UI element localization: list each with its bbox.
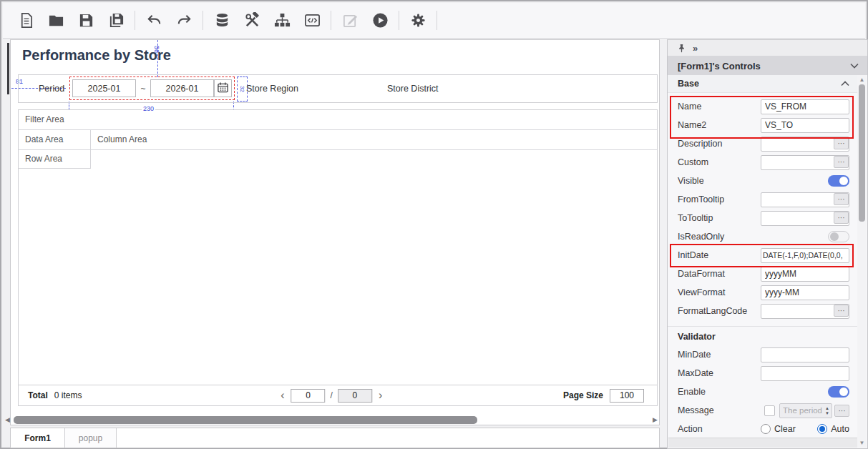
total-value: 0 items <box>48 390 82 400</box>
pivot-grid: Filter Area Data Area Column Area Row Ar… <box>18 109 658 406</box>
prop-row-custom: Custom ··· <box>668 153 857 172</box>
edit-button[interactable] <box>341 11 359 30</box>
pin-icon[interactable] <box>677 44 686 53</box>
pager: ‹ / › <box>279 389 384 403</box>
prop-label: FromTooltip <box>678 194 761 204</box>
prev-page-button[interactable]: ‹ <box>279 389 286 402</box>
initdate-input[interactable] <box>761 248 849 263</box>
period-date-range-control[interactable]: ~ <box>69 77 235 100</box>
tab-popup[interactable]: popup <box>65 428 117 448</box>
total-pages-input[interactable] <box>338 389 372 403</box>
action-clear-option[interactable]: Clear <box>761 424 796 434</box>
calendar-button[interactable] <box>214 79 232 97</box>
message-ellipsis-button[interactable]: ··· <box>834 405 849 417</box>
prop-label: InitDate <box>678 250 761 260</box>
enable-toggle-on[interactable] <box>828 386 849 398</box>
page-size-input[interactable] <box>610 389 644 403</box>
build-tools-button[interactable] <box>243 11 261 30</box>
prop-row-dataformat: DataFormat <box>668 265 857 283</box>
viewformat-input[interactable] <box>761 285 849 300</box>
formatlangcode-ellipsis-button[interactable]: ··· <box>834 305 849 317</box>
hierarchy-icon <box>274 12 291 29</box>
prop-row-totooltip: ToTooltip ··· <box>668 209 857 227</box>
hierarchy-button[interactable] <box>273 11 291 30</box>
name2-input[interactable] <box>761 118 849 133</box>
date-from-input[interactable] <box>72 79 136 97</box>
data-area-cell[interactable]: Data Area <box>19 130 91 149</box>
horizontal-scrollbar[interactable]: ◀ ▶ <box>5 415 658 425</box>
height-measure: 32 <box>239 86 245 92</box>
isreadonly-toggle-off[interactable] <box>828 231 849 242</box>
prop-row-initdate: InitDate <box>668 246 857 265</box>
message-checkbox-unchecked[interactable] <box>764 405 775 416</box>
horizontal-scroll-thumb[interactable] <box>14 416 477 424</box>
action-radio-group: Clear Auto <box>761 424 849 434</box>
scroll-right-icon[interactable]: ▶ <box>653 416 658 424</box>
spinner-icon[interactable]: ▲▼ <box>824 405 831 417</box>
radio-label: Auto <box>831 424 849 434</box>
save-all-button[interactable] <box>107 11 125 30</box>
panel-scroll-thumb[interactable] <box>859 84 865 222</box>
settings-gear-icon <box>410 12 426 29</box>
panel-minibar: » <box>668 40 867 56</box>
next-page-button[interactable]: › <box>377 389 384 402</box>
run-button[interactable] <box>371 11 389 30</box>
new-file-icon <box>18 12 34 29</box>
custom-ellipsis-button[interactable]: ··· <box>834 156 849 168</box>
collapse-panel-icon[interactable]: » <box>693 44 698 53</box>
scroll-down-icon[interactable]: ▼ <box>857 440 867 446</box>
description-ellipsis-button[interactable]: ··· <box>834 137 849 149</box>
column-area-cell[interactable]: Column Area <box>91 130 147 149</box>
row-area-cell[interactable]: Row Area <box>19 150 91 169</box>
undo-tool-group <box>135 11 203 30</box>
name-input[interactable] <box>761 99 849 114</box>
database-button[interactable] <box>213 11 231 30</box>
fromtooltip-ellipsis-button[interactable]: ··· <box>834 193 849 205</box>
date-to-input[interactable] <box>150 79 214 97</box>
panel-vertical-scrollbar[interactable]: ▲ ▼ <box>857 75 867 448</box>
scroll-up-icon[interactable]: ▲ <box>857 77 867 83</box>
open-folder-icon <box>48 12 64 29</box>
base-section-header[interactable]: Base <box>668 75 857 93</box>
toolbar-divider <box>437 11 437 30</box>
save-all-icon <box>108 12 125 29</box>
filter-bar: Period ~ 32 Store Region Store District <box>18 74 658 103</box>
properties-panel: » [Form1]'s Controls Base Name Name2 Des… <box>667 39 868 449</box>
save-button[interactable] <box>77 11 95 30</box>
dataformat-input[interactable] <box>761 267 849 282</box>
total-label: Total <box>19 390 48 400</box>
app-window: Performance by Store 56 81 230 Period ~ … <box>0 0 868 449</box>
code-editor-button[interactable] <box>303 11 321 30</box>
current-page-input[interactable] <box>291 389 326 403</box>
settings-button[interactable] <box>409 11 427 30</box>
code-editor-icon <box>304 12 321 29</box>
mindate-input[interactable] <box>761 347 849 362</box>
redo-icon <box>176 12 192 29</box>
left-edge-bar <box>7 43 9 94</box>
redo-button[interactable] <box>175 11 193 30</box>
scroll-left-icon[interactable]: ◀ <box>5 416 10 424</box>
new-file-button[interactable] <box>16 11 35 30</box>
prop-label: Custom <box>678 157 761 167</box>
prop-row-action: Action Clear Auto <box>668 420 857 438</box>
action-auto-option[interactable]: Auto <box>817 424 849 434</box>
edit-icon <box>342 12 359 29</box>
build-tool-group <box>203 11 331 30</box>
database-icon <box>214 12 230 29</box>
open-folder-button[interactable] <box>47 11 65 30</box>
run-tool-group <box>331 11 399 30</box>
base-section-body: Name Name2 Description ··· Custom ··· Vi… <box>668 97 857 438</box>
maxdate-input[interactable] <box>761 366 849 381</box>
totooltip-ellipsis-button[interactable]: ··· <box>834 212 849 224</box>
prop-row-description: Description ··· <box>668 134 857 153</box>
validator-section: Validator MinDate MaxDate Enable Message <box>668 326 857 438</box>
undo-button[interactable] <box>145 11 163 30</box>
save-icon <box>78 12 94 29</box>
controls-header[interactable]: [Form1]'s Controls <box>668 56 867 75</box>
filter-area-cell[interactable]: Filter Area <box>19 110 657 130</box>
main-toolbar <box>3 3 865 39</box>
design-canvas[interactable]: Performance by Store 56 81 230 Period ~ … <box>10 39 660 425</box>
prop-label: Message <box>678 405 761 415</box>
visible-toggle-on[interactable] <box>828 175 849 187</box>
tab-form1[interactable]: Form1 <box>11 428 65 448</box>
